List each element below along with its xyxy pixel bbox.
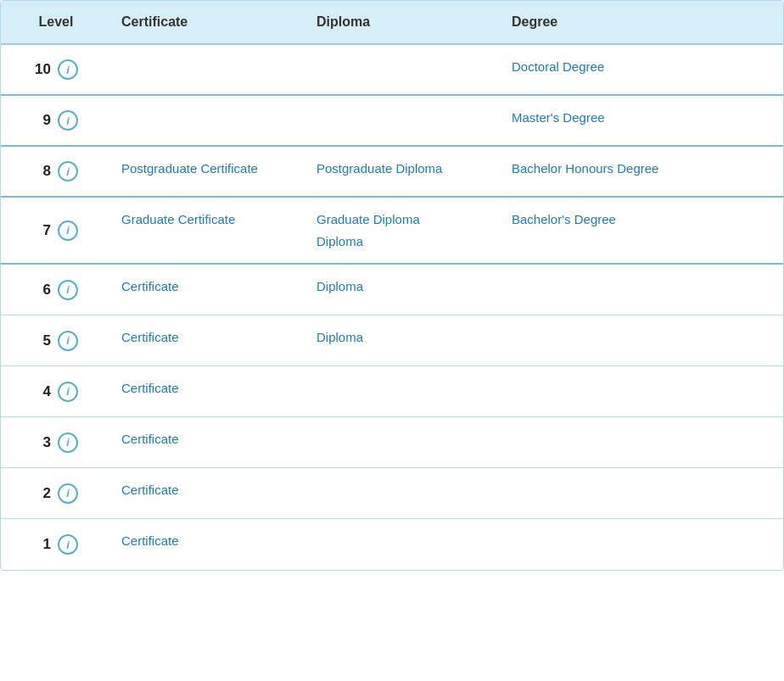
- level-cell: 8i: [1, 147, 111, 196]
- level-number: 4: [34, 383, 51, 400]
- table-row: 3iCertificate: [1, 417, 783, 468]
- header-certificate: Certificate: [111, 1, 306, 43]
- degree-cell: Bachelor Honours Degree: [501, 147, 783, 196]
- degree-link[interactable]: Doctoral Degree: [512, 59, 604, 75]
- degree-link[interactable]: Bachelor's Degree: [512, 211, 616, 228]
- table-row: 7iGraduate CertificateGraduate DiplomaDi…: [1, 198, 783, 265]
- diploma-cell: [306, 366, 501, 416]
- certificate-link[interactable]: Certificate: [121, 380, 179, 397]
- certificate-cell: Certificate: [111, 468, 306, 518]
- certificate-link[interactable]: Certificate: [121, 278, 179, 295]
- certificate-link[interactable]: Certificate: [121, 482, 179, 499]
- header-diploma: Diploma: [306, 1, 501, 43]
- level-number: 8: [34, 163, 51, 180]
- degree-link[interactable]: Bachelor Honours Degree: [512, 160, 658, 177]
- header-level: Level: [1, 1, 111, 43]
- table-row: 6iCertificateDiploma: [1, 265, 783, 315]
- certificate-link[interactable]: Postgraduate Certificate: [121, 160, 258, 177]
- level-number: 3: [34, 434, 51, 451]
- certificate-cell: [111, 45, 306, 94]
- info-icon[interactable]: i: [58, 161, 78, 181]
- degree-cell: [501, 265, 783, 315]
- certificate-link[interactable]: Certificate: [121, 533, 179, 550]
- degree-cell: Bachelor's Degree: [501, 198, 783, 263]
- info-icon[interactable]: i: [58, 534, 78, 555]
- diploma-cell: [306, 519, 501, 570]
- table-row: 4iCertificate: [1, 366, 783, 417]
- diploma-cell: [306, 468, 501, 518]
- table-row: 10iDoctoral Degree: [1, 45, 783, 96]
- diploma-link[interactable]: Diploma: [316, 278, 363, 295]
- certificate-cell: Graduate Certificate: [111, 198, 306, 263]
- certificate-cell: [111, 96, 306, 145]
- diploma-cell: [306, 96, 501, 145]
- level-number: 9: [34, 112, 51, 129]
- degree-link[interactable]: Master's Degree: [512, 109, 605, 126]
- certificate-cell: Certificate: [111, 519, 306, 570]
- header-degree: Degree: [501, 1, 783, 43]
- table-body: 10iDoctoral Degree9iMaster's Degree8iPos…: [1, 45, 783, 570]
- level-number: 6: [34, 282, 51, 299]
- diploma-link[interactable]: Postgraduate Diploma: [316, 160, 442, 177]
- level-cell: 4i: [1, 366, 111, 416]
- diploma-cell: [306, 45, 501, 94]
- level-cell: 10i: [1, 45, 111, 94]
- table-row: 5iCertificateDiploma: [1, 315, 783, 366]
- level-number: 1: [34, 536, 51, 553]
- degree-cell: [501, 366, 783, 416]
- level-cell: 2i: [1, 468, 111, 518]
- certificate-link[interactable]: Graduate Certificate: [121, 211, 235, 228]
- table-row: 8iPostgraduate CertificatePostgraduate D…: [1, 147, 783, 198]
- degree-cell: [501, 417, 783, 467]
- diploma-link[interactable]: Diploma: [316, 329, 363, 346]
- level-number: 7: [34, 222, 51, 239]
- info-icon[interactable]: i: [58, 110, 78, 131]
- info-icon[interactable]: i: [58, 433, 78, 453]
- diploma-cell: Diploma: [306, 265, 501, 315]
- table-row: 2iCertificate: [1, 468, 783, 519]
- info-icon[interactable]: i: [58, 220, 78, 241]
- degree-cell: Doctoral Degree: [501, 45, 783, 94]
- diploma-cell: Diploma: [306, 315, 501, 366]
- table-header: Level Certificate Diploma Degree: [1, 1, 783, 45]
- info-icon[interactable]: i: [58, 280, 78, 300]
- info-icon[interactable]: i: [58, 483, 78, 504]
- degree-cell: [501, 315, 783, 366]
- certificate-link[interactable]: Certificate: [121, 329, 179, 346]
- level-cell: 5i: [1, 315, 111, 366]
- certificate-cell: Certificate: [111, 265, 306, 315]
- info-icon[interactable]: i: [58, 59, 78, 80]
- qualifications-table: Level Certificate Diploma Degree 10iDoct…: [0, 0, 784, 571]
- certificate-cell: Postgraduate Certificate: [111, 147, 306, 196]
- certificate-cell: Certificate: [111, 417, 306, 467]
- level-number: 2: [34, 485, 51, 502]
- certificate-cell: Certificate: [111, 315, 306, 366]
- certificate-link[interactable]: Certificate: [121, 431, 179, 448]
- info-icon[interactable]: i: [58, 382, 78, 402]
- level-cell: 9i: [1, 96, 111, 145]
- diploma-link[interactable]: Graduate Diploma: [316, 211, 420, 228]
- certificate-cell: Certificate: [111, 366, 306, 416]
- diploma-cell: Graduate DiplomaDiploma: [306, 198, 501, 263]
- level-cell: 7i: [1, 198, 111, 263]
- diploma-cell: [306, 417, 501, 467]
- degree-cell: Master's Degree: [501, 96, 783, 145]
- table-row: 9iMaster's Degree: [1, 96, 783, 147]
- degree-cell: [501, 468, 783, 518]
- degree-cell: [501, 519, 783, 570]
- level-cell: 3i: [1, 417, 111, 467]
- info-icon[interactable]: i: [58, 331, 78, 351]
- diploma-link[interactable]: Diploma: [316, 233, 363, 250]
- table-row: 1iCertificate: [1, 519, 783, 570]
- level-number: 10: [34, 61, 51, 78]
- level-number: 5: [34, 332, 51, 349]
- diploma-cell: Postgraduate Diploma: [306, 147, 501, 196]
- level-cell: 1i: [1, 519, 111, 570]
- level-cell: 6i: [1, 265, 111, 315]
